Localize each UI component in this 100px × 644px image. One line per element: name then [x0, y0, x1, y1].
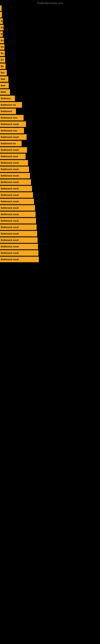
bar-item: Bot	[0, 70, 7, 76]
bar-row: Bottleneck resu	[0, 128, 100, 134]
bar-row: Bottleneck result	[0, 218, 100, 224]
bar-label: Bottleneck result	[1, 213, 19, 216]
bar-item: Bottl	[0, 89, 10, 95]
bar-item: Bo	[0, 38, 4, 43]
bar-row: Bottleneck result	[0, 250, 100, 256]
bar-row: Bottleneck result	[0, 256, 100, 262]
bar-item: Bottleneck resul	[0, 154, 26, 159]
bar-label: Bottleneck result	[1, 207, 19, 209]
bar-label: Bottleneck res	[1, 142, 16, 145]
bar-row: Bottleneck result	[0, 199, 100, 204]
bar-label: Bottleneck result	[1, 187, 19, 190]
bar-item: Bottleneck result	[0, 256, 39, 262]
bar-item: Bott	[0, 83, 9, 88]
bar-item: Bottleneck result	[0, 244, 38, 249]
bar-label: Bottleneck result	[1, 226, 19, 228]
bar-item: Bottleneck result	[0, 160, 28, 166]
bar-label: Bottleneck result	[1, 136, 19, 138]
site-title: TheBottlenecker.com	[0, 0, 100, 6]
bar-item: Bottleneck result	[0, 166, 29, 172]
bar-label: Bottleneck resul	[1, 155, 18, 158]
bar-row: Bottleneck result	[0, 224, 100, 230]
bar-label: Bottl	[1, 91, 6, 93]
bar-label: Bottleneck result	[1, 220, 19, 222]
bar-label: B	[1, 20, 2, 22]
bar-row: Bo	[0, 57, 100, 62]
bar-item: Bo	[0, 50, 5, 56]
bar-item: Bottleneck result	[0, 134, 27, 140]
bar-label: Bottleneck result	[1, 174, 19, 177]
bar-label: Bottleneck result	[1, 149, 19, 151]
bar-row	[0, 6, 100, 11]
bar-item: Bottlenec	[0, 96, 15, 101]
bar-label: Bott	[1, 78, 5, 80]
bar-item: B	[0, 18, 3, 24]
bar-item: Bott	[0, 76, 8, 82]
bar-item: Bottleneck result	[0, 231, 37, 236]
bar-label: Bottlenec	[1, 97, 11, 100]
bar-item: Bottleneck result	[0, 173, 30, 178]
bar-label: Bottleneck resu	[1, 116, 17, 119]
bar-row: Bot	[0, 70, 100, 76]
bar-item: Bo	[0, 44, 4, 50]
bar-item: Bo	[0, 25, 3, 30]
bar-row: Bottleneck result	[0, 186, 100, 192]
bar-row: Bottleneck resul	[0, 154, 100, 159]
bar-label: Bottleneck result	[1, 123, 19, 126]
bar-label: Bot	[1, 72, 4, 74]
bar-label: Bottleneck result	[1, 181, 19, 183]
bar-item: Bottleneck res	[0, 102, 22, 108]
bar-label: Bottleneck resu	[1, 130, 17, 132]
bar-row: Bottlenec	[0, 96, 100, 101]
bar-row: Bo	[0, 64, 100, 69]
bar-row: Bo	[0, 25, 100, 30]
bar-label: Bottleneck result	[1, 239, 19, 241]
bar-row: Bottleneck result	[0, 231, 100, 236]
bar-label: Bottleneck result	[1, 194, 19, 196]
bar-label: Bo	[1, 46, 4, 48]
bar-row: B	[0, 31, 100, 37]
bar-item: Bottleneck result	[0, 224, 37, 230]
bar-item: Bottleneck res	[0, 141, 22, 146]
bar-item: Bottleneck result	[0, 192, 33, 198]
bar-row: Bottleneck result	[0, 121, 100, 127]
bar-item	[0, 6, 1, 11]
bar-row: Bottleneck result	[0, 147, 100, 153]
bar-row: Bottl	[0, 89, 100, 95]
bar-row: Bottleneck result	[0, 160, 100, 166]
bar-item: Bottleneck result	[0, 205, 35, 211]
bar-label: Bottleneck	[1, 110, 12, 112]
bar-item: Bottleneck resu	[0, 115, 24, 120]
bar-row: Bottleneck result	[0, 237, 100, 243]
bar-label: Bottleneck res	[1, 104, 16, 106]
bar-label: Bott	[1, 84, 5, 87]
bar-row: Bo	[0, 50, 100, 56]
bar-item: Bottleneck result	[0, 237, 38, 243]
bar-row: Bottleneck	[0, 108, 100, 114]
bar-item: Bottleneck result	[0, 212, 36, 217]
bar-row: Bottleneck result	[0, 173, 100, 178]
bar-row: Bottleneck result	[0, 244, 100, 249]
bar-row: Bottleneck result	[0, 212, 100, 217]
bar-label: Bottleneck result	[1, 245, 19, 248]
bar-item: B	[0, 31, 3, 37]
bar-label: Bo	[1, 58, 4, 61]
bar-item: Bottleneck result	[0, 186, 32, 192]
bar-item: Bottleneck	[0, 108, 16, 114]
bar-item: Bottleneck result	[0, 250, 38, 256]
bar-row: B	[0, 18, 100, 24]
bar-label: B	[1, 33, 2, 35]
bar-row: Bott	[0, 83, 100, 88]
bar-row: Bottleneck result	[0, 179, 100, 185]
bar-row: Bo	[0, 44, 100, 50]
bar-row	[0, 12, 100, 18]
bar-label: Bo	[1, 52, 4, 54]
bar-row: Bottleneck result	[0, 134, 100, 140]
bar-item: Bottleneck result	[0, 218, 36, 224]
bar-label: Bottleneck result	[1, 258, 19, 260]
bar-row: Bottleneck res	[0, 102, 100, 108]
bar-row: Bottleneck result	[0, 192, 100, 198]
bar-row: Bottleneck result	[0, 205, 100, 211]
bar-item: Bo	[0, 57, 5, 62]
bar-row: Bott	[0, 76, 100, 82]
